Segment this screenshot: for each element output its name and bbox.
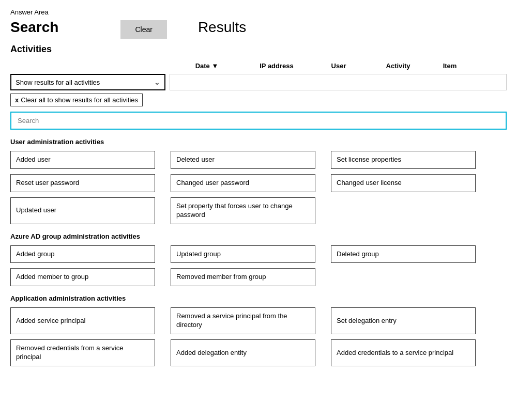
search-heading: Search <box>10 20 58 35</box>
results-heading: Results <box>198 20 246 35</box>
search-input[interactable] <box>10 112 507 130</box>
col-header-date: Date ▼ <box>171 62 243 70</box>
empty-cell-empty-user-1 <box>331 197 476 224</box>
activity-btn-added-member-to-group[interactable]: Added member to group <box>10 268 155 286</box>
section-heading-azure-ad-group: Azure AD group administration activities <box>10 232 507 240</box>
activities-label: Activities <box>10 44 507 55</box>
activities-dropdown[interactable]: Show results for all activities ⌄ <box>10 74 165 90</box>
clear-button[interactable]: Clear <box>120 20 166 39</box>
empty-cell-empty-group-1 <box>331 268 476 286</box>
clear-filter-x-icon: x <box>15 96 19 104</box>
section-heading-app-admin: Application administration activities <box>10 294 507 302</box>
section-app-admin: Application administration activitiesAdd… <box>10 294 507 366</box>
chevron-down-icon: ⌄ <box>154 78 160 86</box>
activity-btn-changed-user-password[interactable]: Changed user password <box>171 174 315 192</box>
clear-filter-row[interactable]: x Clear all to show results for all acti… <box>10 94 143 106</box>
activity-btn-reset-user-password[interactable]: Reset user password <box>10 174 155 192</box>
activity-btn-added-service-principal[interactable]: Added service principal <box>10 307 155 334</box>
activity-btn-changed-user-license[interactable]: Changed user license <box>331 174 476 192</box>
activity-btn-removed-service-principal-from-directory[interactable]: Removed a service principal from the dir… <box>171 307 315 334</box>
col-header-ip: IP address <box>243 62 310 70</box>
activity-btn-added-user[interactable]: Added user <box>10 151 155 169</box>
activity-btn-removed-credentials-from-service-principal[interactable]: Removed credentials from a service princ… <box>10 339 155 366</box>
activity-btn-added-delegation-entity[interactable]: Added delegation entity <box>171 339 315 366</box>
activity-btn-set-delegation-entry[interactable]: Set delegation entry <box>331 307 476 334</box>
activities-grid-user-admin: Added userDeleted userSet license proper… <box>10 151 507 224</box>
activities-grid-app-admin: Added service principalRemoved a service… <box>10 307 507 366</box>
activity-btn-set-property-force-change-password[interactable]: Set property that forces user to change … <box>171 197 315 224</box>
section-user-admin: User administration activitiesAdded user… <box>10 138 507 224</box>
table-header-row: Date ▼ IP address User Activity Item <box>10 60 507 72</box>
col-header-item: Item <box>429 62 470 70</box>
activity-btn-updated-group[interactable]: Updated group <box>171 245 315 263</box>
answer-area-label: Answer Area <box>10 8 507 16</box>
activity-btn-set-license-properties[interactable]: Set license properties <box>331 151 476 169</box>
activity-btn-added-credentials-to-service-principal[interactable]: Added credentials to a service principal <box>331 339 476 366</box>
activities-filter-row: Show results for all activities ⌄ <box>10 74 507 90</box>
activities-dropdown-label: Show results for all activities <box>16 79 100 86</box>
activity-btn-deleted-group[interactable]: Deleted group <box>331 245 476 263</box>
activity-btn-deleted-user[interactable]: Deleted user <box>171 151 315 169</box>
activity-btn-removed-member-from-group[interactable]: Removed member from group <box>171 268 315 286</box>
col-header-activity: Activity <box>367 62 429 70</box>
activity-btn-added-group[interactable]: Added group <box>10 245 155 263</box>
activities-grid-azure-ad-group: Added groupUpdated groupDeleted groupAdd… <box>10 245 507 287</box>
section-heading-user-admin: User administration activities <box>10 138 507 146</box>
clear-filter-label: Clear all to show results for all activi… <box>21 96 138 104</box>
section-azure-ad-group: Azure AD group administration activities… <box>10 232 507 287</box>
col-header-user: User <box>310 62 367 70</box>
date-input[interactable] <box>170 74 507 90</box>
activity-btn-updated-user[interactable]: Updated user <box>10 197 155 224</box>
